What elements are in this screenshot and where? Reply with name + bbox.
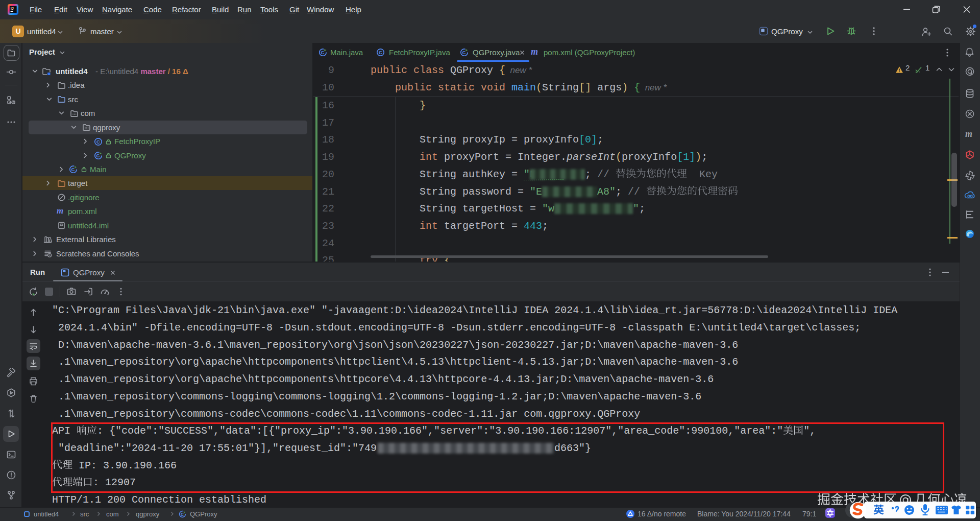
svg-text:C: C [379,50,382,55]
svg-text:C: C [71,167,75,172]
svg-text:C: C [96,153,100,158]
svg-text:C: C [181,512,184,517]
svg-text:C: C [96,139,100,145]
svg-text:C: C [462,50,466,55]
svg-text:C: C [321,50,325,55]
